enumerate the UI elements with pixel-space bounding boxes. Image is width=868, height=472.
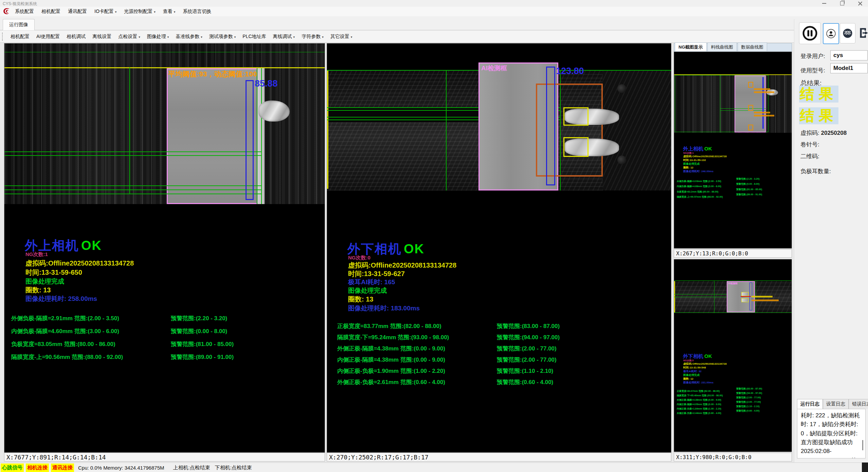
menu-language-switch[interactable]: 系统语言切换 (179, 7, 215, 16)
annotation-mark (754, 112, 770, 113)
measurement-row: 外侧正极-隔膜=4.38mm 范围:(0.00 - 9.00) 预警范围:(2.… (337, 345, 653, 352)
upper-camera-coords-bar: X:7677;Y:891;R:14;G:14;B:14 (4, 453, 325, 461)
user-icon (825, 28, 837, 40)
virtual-code-line: 虚拟码:Offline20250208133134728 (683, 155, 727, 158)
measurement-warn: 预警范围:(83.00 - 87.00) (497, 322, 560, 330)
measurement-warn: 预警范围:(2.00 - 77.00) (497, 345, 557, 352)
minimize-button[interactable] (816, 0, 832, 7)
log-scrollbar-thumb[interactable] (862, 440, 863, 450)
measurement-row: 外侧正极-负极=2.61mm 范围:(0.60 - 4.00) 预警范围:(0.… (337, 378, 653, 386)
cpu-memory-status: Cpu: 0.0% Memory: 3424.41796875M (78, 465, 164, 471)
close-icon (858, 1, 862, 5)
upper-camera-panel[interactable]: 85.88 平均阈值:93，动态阈值:100 外上相机OK NG次数:1 虚拟码… (4, 43, 325, 453)
measurement-row: 外侧正极-隔膜=4.38mm 范围:(0.00 - 9.00)预警范围:(2.0… (677, 396, 792, 400)
measurement-text: 外侧正极-负极=2.61mm 范围:(0.60 - 4.00) (337, 379, 445, 385)
tab-detect-box (563, 137, 589, 157)
tool-plc-address-lib[interactable]: PLC地址库 (239, 32, 269, 41)
measurement-warn: 预警范围:(89.00 - 91.00) (171, 353, 234, 361)
resize-grip[interactable] (862, 462, 868, 472)
annotation-mark (752, 296, 773, 297)
measurement-row: 内侧正极-隔膜=4.05mm 范围:(0.00 - 9.00)预警范围:(2.0… (677, 400, 792, 404)
measure-line-horizontal (674, 297, 727, 297)
users-button[interactable] (840, 23, 855, 43)
measurement-text: 外侧正极-隔膜=4.38mm 范围:(0.00 - 9.00) (337, 345, 445, 352)
measurement-row: 负极宽度=83.05mm 范围:(80.00 - 86.00) 预警范围:(81… (11, 340, 327, 348)
menu-io-card-config[interactable]: IO卡配置▾ (91, 7, 120, 16)
tool-offline-settings[interactable]: 离线设置 (89, 32, 115, 41)
window-title: CYS-视觉检测系统 (3, 1, 37, 7)
tab-run-log[interactable]: 运行日志 (797, 399, 823, 409)
tab-settings-log[interactable]: 设置日志 (823, 399, 849, 409)
measurement-row: 外侧负极-隔膜=2.91mm 范围:(2.00 - 3.50) 预警范围:(2.… (11, 314, 327, 322)
title-bar: CYS-视觉检测系统 (0, 0, 868, 7)
measure-line-horizontal (4, 155, 261, 156)
tab-ng-screenshot[interactable]: NG截图显示 (675, 42, 707, 51)
menu-view[interactable]: 查看▾ (159, 7, 179, 16)
tool-baseline-params[interactable]: 基准线参数▾ (172, 32, 206, 41)
status-bar: 心跳信号 相机连接 通讯连接 Cpu: 0.0% Memory: 3424.41… (0, 462, 868, 472)
menu-comm-config[interactable]: 通讯配置 (64, 7, 91, 16)
processing-done-line: 图像处理完成 (348, 286, 387, 295)
bolt-circle (617, 84, 626, 93)
elapsed-line: 图像处理耗时: 183.00ms (348, 304, 420, 313)
tool-ai-usage-config[interactable]: AI使用配置 (33, 32, 63, 41)
login-user-field[interactable]: cys (830, 50, 868, 60)
menu-camera-config[interactable]: 相机配置 (38, 7, 64, 16)
virtual-code-value: 20250208 (821, 130, 847, 136)
measurement-text: 隔膜宽度-上=90.56mm 范围:(88.00 - 92.00) (11, 354, 123, 360)
loop-count-line: 圈数: 13 (25, 286, 51, 295)
time-line: 时间:13-31-59-132 (683, 158, 706, 162)
tab-error-log[interactable]: 错误日志 (849, 399, 868, 409)
measurement-row: 正极宽度=84.07mm 范围:(82.00 - 88.00)预警范围:(83.… (677, 387, 792, 391)
upper-camera-image[interactable]: 85.88 平均阈值:93，动态阈值:100 (4, 43, 325, 204)
user-button[interactable] (823, 23, 839, 44)
menu-light-control-config[interactable]: 光源控制配置▾ (120, 7, 159, 16)
ng-preview-upper[interactable]: 外上相机OK NG次数:1 虚拟码:Offline202502081331347… (674, 52, 792, 249)
toolbar-grip[interactable] (2, 33, 4, 41)
tool-char-params[interactable]: 字符参数▾ (298, 32, 327, 41)
defect-mark-box (748, 82, 753, 88)
camera-name: 外上相机 (25, 238, 79, 253)
loop-count-line: 圈数: 13 (348, 295, 373, 304)
tool-spot-check-settings[interactable]: 点检设置▾ (115, 32, 144, 41)
tool-offline-debug[interactable]: 离线调试▾ (270, 32, 299, 41)
time-line: 时间:13-31-59-650 (25, 268, 82, 277)
ng-preview-lower[interactable]: AI检测框 外下相机OK NG次数:0 虚拟码:Offline202502081… (674, 259, 792, 452)
tab-material-line-curve[interactable]: 料线曲线图 (707, 42, 737, 51)
measurement-row: 内侧正极-隔膜=4.38mm 范围:(0.00 - 9.00) 预警范围:(2.… (337, 356, 653, 363)
elapsed-line: 图像处理耗时: 258.00ms (25, 294, 97, 303)
app-window: CYS-视觉检测系统 系统配置 相机配置 通讯配置 IO卡配置▾ 光源控制配置▾… (0, 0, 868, 472)
log-text-area[interactable]: 耗时: 222，缺陷检测耗时: 17，缺陷分类耗时: 0，缺陷提取分区耗时: 直… (797, 409, 866, 458)
upper-camera-spotcheck-status: 上相机:点检结束 (173, 465, 210, 471)
measurement-row: 内侧正极-负极=1.90mm 范围:(1.00 - 2.20) 预警范围:(1.… (337, 367, 653, 375)
tool-other-settings[interactable]: 其它设置▾ (327, 32, 356, 41)
comm-connect-status-badge: 通讯连接 (51, 464, 74, 472)
lower-camera-panel[interactable]: AI检测框 123.80 外下相机OK NG次数:0 虚拟码:Offline20… (327, 43, 671, 453)
tab-run-image[interactable]: 运行图像 (3, 19, 35, 30)
measure-line-horizontal (4, 151, 261, 152)
time-line: 时间:13-31-59-627 (348, 269, 405, 278)
tool-test-item-params[interactable]: 测试项参数▾ (206, 32, 239, 41)
measurement-row: 内侧负极-隔膜=4.68mm 范围:(3.00 - 6.00)预警范围:(0.0… (677, 182, 792, 186)
annotation-mark (752, 299, 779, 301)
pause-button[interactable] (799, 22, 821, 44)
close-button[interactable] (852, 0, 868, 7)
model-field[interactable]: Model1 (830, 63, 868, 73)
log-text: 耗时: 222，缺陷检测耗时: 17，缺陷分类耗时: 0，缺陷提取分区耗时: 直… (801, 412, 860, 458)
negative-tab-count-label: 负极耳数量: (800, 167, 831, 175)
tool-camera-config[interactable]: 相机配置 (7, 32, 33, 41)
tab-detect-box (563, 107, 589, 126)
time-line: 时间:13-31-59-548 (683, 366, 706, 369)
measurement-text: 内侧正极-负极=1.90mm 范围:(1.00 - 2.20) (337, 368, 445, 374)
tool-camera-debug[interactable]: 相机调试 (63, 32, 89, 41)
pause-icon (802, 25, 818, 41)
menu-system-config[interactable]: 系统配置 (11, 7, 38, 16)
result-badge-upper: 结果 (799, 86, 838, 103)
exit-button[interactable] (857, 23, 868, 43)
restore-button[interactable] (834, 0, 850, 7)
dropdown-caret-icon: ▾ (201, 35, 202, 39)
qrcode-label: 二维码: (800, 152, 819, 160)
tool-image-processing[interactable]: 图像处理▾ (144, 32, 173, 41)
lower-camera-image[interactable]: AI检测框 123.80 (327, 43, 671, 190)
tab-data-curve[interactable]: 数据曲线图 (738, 42, 767, 51)
